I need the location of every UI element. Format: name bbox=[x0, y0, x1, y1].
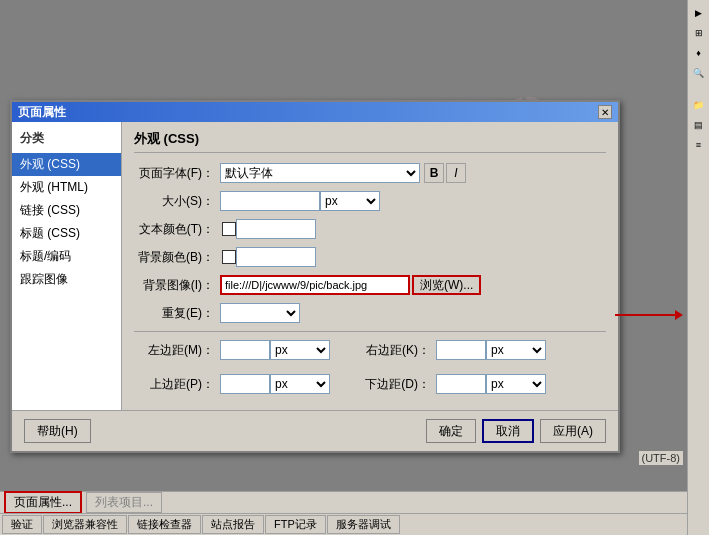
status-bar: 验证 浏览器兼容性 链接检查器 站点报告 FTP记录 服务器调试 bbox=[0, 513, 687, 535]
dialog-footer: 帮助(H) 确定 取消 应用(A) bbox=[12, 410, 618, 451]
size-row: 大小(S)： px bbox=[134, 191, 606, 211]
margin-right-input[interactable] bbox=[436, 340, 486, 360]
margin-left-label: 左边距(M)： bbox=[134, 342, 214, 359]
margin-top-label: 上边距(P)： bbox=[134, 376, 214, 393]
margin-top-row: 上边距(P)： px bbox=[134, 374, 330, 394]
dialog-close-button[interactable]: ✕ bbox=[598, 105, 612, 119]
margin-bottom-input[interactable] bbox=[436, 374, 486, 394]
breadcrumb-bar: 页面属性... 列表项目... bbox=[0, 491, 687, 513]
margin-left-input[interactable] bbox=[220, 340, 270, 360]
repeat-label: 重复(E)： bbox=[134, 305, 214, 322]
margin-right-unit[interactable]: px bbox=[486, 340, 546, 360]
bg-image-row: 背景图像(I)： file:///D|/jcwww/9/pic/back.jpg… bbox=[134, 275, 606, 295]
category-title-encoding[interactable]: 标题/编码 bbox=[12, 245, 121, 268]
dialog-title: 页面属性 bbox=[18, 104, 66, 121]
text-color-row: 文本颜色(T)： bbox=[134, 219, 606, 239]
apply-button[interactable]: 应用(A) bbox=[540, 419, 606, 443]
bg-color-label: 背景颜色(B)： bbox=[134, 249, 214, 266]
content-panel: 外观 (CSS) 页面字体(F)： 默认字体 B I 大小(S)： px bbox=[122, 122, 618, 410]
utf-label: (UTF-8) bbox=[639, 451, 684, 465]
bg-color-row: 背景颜色(B)： bbox=[134, 247, 606, 267]
right-btn-1[interactable]: ▶ bbox=[690, 4, 708, 22]
right-btn-5[interactable]: 📁 bbox=[690, 96, 708, 114]
browse-button[interactable]: 浏览(W)... bbox=[412, 275, 481, 295]
category-html-appearance[interactable]: 外观 (HTML) bbox=[12, 176, 121, 199]
bg-color-box[interactable] bbox=[222, 250, 236, 264]
list-item-button[interactable]: 列表项目... bbox=[86, 492, 162, 513]
text-color-box[interactable] bbox=[222, 222, 236, 236]
status-server-debug[interactable]: 服务器调试 bbox=[327, 515, 400, 534]
font-select[interactable]: 默认字体 bbox=[220, 163, 420, 183]
margin-left-row: 左边距(M)： px bbox=[134, 340, 330, 360]
ok-button[interactable]: 确定 bbox=[426, 419, 476, 443]
category-headings[interactable]: 标题 (CSS) bbox=[12, 222, 121, 245]
right-bottom-margins: 右边距(K)： px 下边距(D)： px bbox=[350, 340, 546, 402]
right-btn-7[interactable]: ≡ bbox=[690, 136, 708, 154]
margin-right-label: 右边距(K)： bbox=[350, 342, 430, 359]
margin-right-row: 右边距(K)： px bbox=[350, 340, 546, 360]
left-right-margins: 左边距(M)： px 上边距(P)： px bbox=[134, 340, 330, 402]
right-btn-2[interactable]: ⊞ bbox=[690, 24, 708, 42]
italic-button[interactable]: I bbox=[446, 163, 466, 183]
bg-image-input[interactable]: file:///D|/jcwww/9/pic/back.jpg bbox=[220, 275, 410, 295]
size-input[interactable] bbox=[220, 191, 320, 211]
margin-left-unit[interactable]: px bbox=[270, 340, 330, 360]
font-row: 页面字体(F)： 默认字体 B I bbox=[134, 163, 606, 183]
bold-button[interactable]: B bbox=[424, 163, 444, 183]
size-unit-select[interactable]: px bbox=[320, 191, 380, 211]
status-browser-compat[interactable]: 浏览器兼容性 bbox=[43, 515, 127, 534]
status-link-checker[interactable]: 链接检查器 bbox=[128, 515, 201, 534]
margin-bottom-unit[interactable]: px bbox=[486, 374, 546, 394]
status-ftp-log[interactable]: FTP记录 bbox=[265, 515, 326, 534]
category-tracing-image[interactable]: 跟踪图像 bbox=[12, 268, 121, 291]
divider bbox=[134, 331, 606, 332]
footer-left: 帮助(H) bbox=[24, 419, 91, 443]
repeat-row: 重复(E)： bbox=[134, 303, 606, 323]
right-btn-6[interactable]: ▤ bbox=[690, 116, 708, 134]
bg-image-label: 背景图像(I)： bbox=[134, 277, 214, 294]
category-css-appearance[interactable]: 外观 (CSS) bbox=[12, 153, 121, 176]
text-color-label: 文本颜色(T)： bbox=[134, 221, 214, 238]
text-color-input[interactable] bbox=[236, 219, 316, 239]
right-btn-3[interactable]: ♦ bbox=[690, 44, 708, 62]
dialog-title-bar: 页面属性 ✕ bbox=[12, 102, 618, 122]
right-btn-4[interactable]: 🔍 bbox=[690, 64, 708, 82]
size-label: 大小(S)： bbox=[134, 193, 214, 210]
help-button[interactable]: 帮助(H) bbox=[24, 419, 91, 443]
category-links[interactable]: 链接 (CSS) bbox=[12, 199, 121, 222]
status-validate[interactable]: 验证 bbox=[2, 515, 42, 534]
content-title: 外观 (CSS) bbox=[134, 130, 606, 153]
cancel-button[interactable]: 取消 bbox=[482, 419, 534, 443]
page-properties-button[interactable]: 页面属性... bbox=[4, 491, 82, 514]
repeat-select[interactable] bbox=[220, 303, 300, 323]
right-panel: ▶ ⊞ ♦ 🔍 📁 ▤ ≡ bbox=[687, 0, 709, 535]
margin-top-unit[interactable]: px bbox=[270, 374, 330, 394]
dialog-body: 分类 外观 (CSS) 外观 (HTML) 链接 (CSS) 标题 (CSS) … bbox=[12, 122, 618, 410]
category-panel: 分类 外观 (CSS) 外观 (HTML) 链接 (CSS) 标题 (CSS) … bbox=[12, 122, 122, 410]
font-label: 页面字体(F)： bbox=[134, 165, 214, 182]
margin-bottom-row: 下边距(D)： px bbox=[350, 374, 546, 394]
margin-section: 左边距(M)： px 上边距(P)： px 右边距(K)： bbox=[134, 340, 606, 402]
footer-right: 确定 取消 应用(A) bbox=[426, 419, 606, 443]
bg-color-input[interactable] bbox=[236, 247, 316, 267]
margin-top-input[interactable] bbox=[220, 374, 270, 394]
margin-bottom-label: 下边距(D)： bbox=[350, 376, 430, 393]
page-properties-dialog: 页面属性 ✕ 分类 外观 (CSS) 外观 (HTML) 链接 (CSS) 标题… bbox=[10, 100, 620, 453]
status-site-report[interactable]: 站点报告 bbox=[202, 515, 264, 534]
